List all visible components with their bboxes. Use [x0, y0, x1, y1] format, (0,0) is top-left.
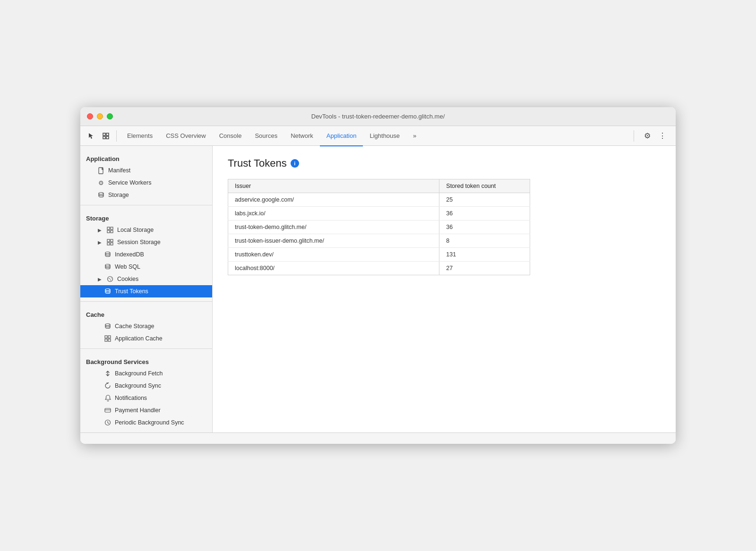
table-row[interactable]: trust-token-issuer-demo.glitch.me/8	[228, 234, 530, 248]
cursor-icon-button[interactable]	[84, 129, 97, 143]
sidebar-item-payment-handler[interactable]: Payment Handler	[80, 404, 212, 416]
tab-lighthouse[interactable]: Lighthouse	[363, 127, 406, 146]
sidebar-divider-1	[80, 205, 212, 205]
content-title-row: Trust Tokens i	[228, 157, 661, 170]
sidebar-item-background-fetch[interactable]: Background Fetch	[80, 367, 212, 380]
svg-rect-1	[106, 133, 109, 136]
window-title: DevTools - trust-token-redeemer-demo.gli…	[311, 113, 445, 120]
sidebar-item-service-workers[interactable]: ⚙ Service Workers	[80, 177, 212, 189]
sidebar-item-application-cache[interactable]: Application Cache	[80, 332, 212, 345]
toolbar-separator-2	[634, 130, 634, 142]
sidebar-item-indexeddb[interactable]: IndexedDB	[80, 248, 212, 261]
trust-tokens-table: Issuer Stored token count adservice.goog…	[228, 179, 530, 275]
svg-point-15	[105, 264, 110, 266]
gear-icon: ⚙	[97, 179, 105, 186]
chevron-right-icon-2: ▶	[97, 240, 102, 245]
svg-rect-6	[107, 227, 110, 229]
settings-button[interactable]: ⚙	[641, 129, 654, 143]
table-body: adservice.google.com/25labs.jxck.io/36tr…	[228, 193, 530, 275]
arrows-icon	[104, 370, 112, 377]
content-title: Trust Tokens	[228, 157, 287, 170]
inspect-icon-button[interactable]	[99, 129, 112, 143]
sidebar-item-background-sync[interactable]: Background Sync	[80, 380, 212, 392]
table-row[interactable]: localhost:8000/27	[228, 262, 530, 275]
table-row[interactable]: trust-token-demo.glitch.me/36	[228, 220, 530, 234]
cell-issuer: labs.jxck.io/	[228, 207, 439, 220]
column-header-count: Stored token count	[439, 179, 530, 193]
sidebar-item-session-storage[interactable]: ▶ Session Storage	[80, 236, 212, 248]
tab-sources[interactable]: Sources	[248, 127, 284, 146]
more-options-button[interactable]: ⋮	[656, 129, 669, 143]
sidebar-item-trust-tokens[interactable]: Trust Tokens	[80, 285, 212, 297]
chevron-right-icon: ▶	[97, 228, 102, 232]
database-icon-3	[104, 263, 112, 271]
svg-point-14	[105, 252, 110, 254]
svg-rect-24	[105, 339, 107, 341]
svg-point-16	[108, 277, 113, 282]
sidebar-item-storage[interactable]: Storage	[80, 189, 212, 201]
cell-count: 131	[439, 248, 530, 262]
main-layout: Application Manifest ⚙ Service Workers S…	[80, 146, 676, 432]
sidebar-divider-3	[80, 348, 212, 349]
table-row[interactable]: adservice.google.com/25	[228, 193, 530, 207]
tab-network[interactable]: Network	[284, 127, 320, 146]
svg-point-17	[109, 278, 110, 279]
svg-rect-3	[106, 136, 109, 139]
svg-point-19	[111, 278, 112, 279]
manifest-icon	[97, 167, 105, 174]
database-icon-4	[104, 322, 112, 330]
sync-icon	[104, 382, 112, 390]
cell-issuer: localhost:8000/	[228, 262, 439, 275]
maximize-button[interactable]	[107, 113, 113, 119]
tab-elements[interactable]: Elements	[120, 127, 159, 146]
tab-console[interactable]: Console	[213, 127, 249, 146]
svg-rect-2	[103, 136, 105, 139]
bell-icon	[104, 394, 112, 402]
sidebar-item-web-sql[interactable]: Web SQL	[80, 261, 212, 273]
minimize-button[interactable]	[97, 113, 103, 119]
card-icon	[104, 407, 112, 414]
info-icon-button[interactable]: i	[291, 159, 299, 168]
tab-application[interactable]: Application	[320, 127, 363, 146]
sidebar-item-cache-storage[interactable]: Cache Storage	[80, 320, 212, 332]
svg-rect-13	[111, 243, 113, 245]
table-row[interactable]: trusttoken.dev/131	[228, 248, 530, 262]
toolbar-separator	[116, 130, 117, 142]
sidebar-item-local-storage[interactable]: ▶ Local Storage	[80, 224, 212, 236]
sidebar: Application Manifest ⚙ Service Workers S…	[80, 146, 213, 432]
cursor-icon	[87, 132, 94, 140]
sidebar-section-background: Background Services	[80, 353, 212, 367]
close-button[interactable]	[87, 113, 93, 119]
table-header-row: Issuer Stored token count	[228, 179, 530, 193]
sidebar-section-application: Application	[80, 150, 212, 164]
toolbar-tabs: Elements CSS Overview Console Sources Ne…	[120, 126, 630, 146]
svg-point-21	[105, 324, 110, 326]
database-icon-active	[104, 288, 112, 295]
sidebar-item-cookies[interactable]: ▶ Cookies	[80, 273, 212, 285]
cookie-icon	[106, 275, 114, 283]
cell-count: 36	[439, 207, 530, 220]
sidebar-item-notifications[interactable]: Notifications	[80, 392, 212, 404]
cell-issuer: adservice.google.com/	[228, 193, 439, 207]
sidebar-item-manifest[interactable]: Manifest	[80, 164, 212, 177]
content-area: Trust Tokens i Issuer Stored token count	[213, 146, 676, 432]
svg-rect-23	[108, 336, 111, 338]
cell-count: 25	[439, 193, 530, 207]
svg-rect-0	[103, 133, 105, 136]
traffic-lights	[87, 113, 113, 119]
svg-rect-26	[105, 408, 111, 412]
database-icon-2	[104, 251, 112, 258]
svg-point-5	[99, 193, 103, 195]
inspect-icon	[102, 132, 110, 140]
table-row[interactable]: labs.jxck.io/36	[228, 207, 530, 220]
sidebar-section-cache: Cache	[80, 305, 212, 320]
tab-more[interactable]: »	[406, 127, 423, 146]
sidebar-section-storage: Storage	[80, 209, 212, 224]
tab-css-overview[interactable]: CSS Overview	[159, 127, 213, 146]
chevron-right-icon-3: ▶	[97, 277, 102, 281]
svg-point-20	[105, 289, 110, 291]
sidebar-item-periodic-background-sync[interactable]: Periodic Background Sync	[80, 416, 212, 429]
svg-rect-12	[107, 243, 110, 245]
svg-rect-9	[111, 230, 113, 233]
svg-rect-22	[105, 336, 107, 338]
